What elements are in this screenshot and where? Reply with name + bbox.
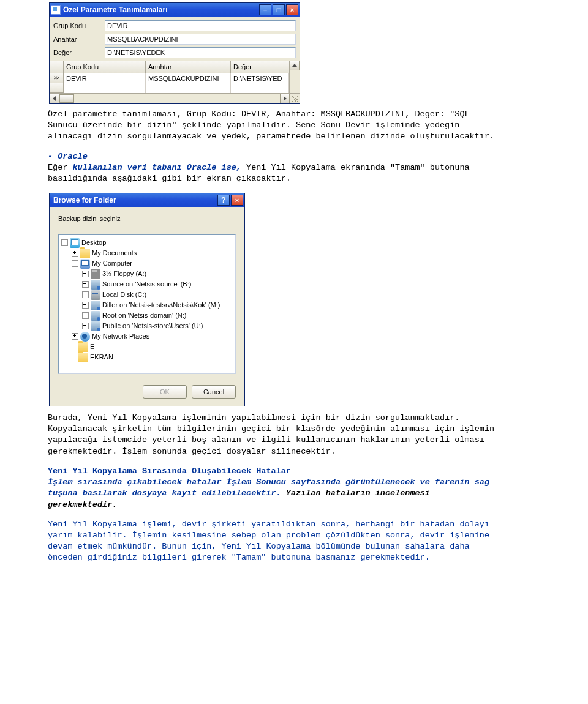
param-defs-window: Özel Parametre Tanımlamaları – □ × Grup …: [49, 2, 300, 104]
minimize-button[interactable]: –: [259, 4, 271, 15]
scroll-left-icon[interactable]: [50, 94, 59, 103]
ok-button[interactable]: OK: [143, 385, 187, 399]
titlebar[interactable]: Browse for Folder ? ×: [50, 193, 244, 207]
cell-grup: DEVIR: [64, 73, 146, 83]
paragraph-1: Özel parametre tanımlaması, Grup Kodu: D…: [48, 109, 499, 143]
tree-mycomputer[interactable]: My Computer: [92, 258, 132, 269]
oracle-heading: - Oracle: [48, 151, 499, 162]
expand-icon[interactable]: [82, 312, 89, 319]
col-deger[interactable]: Değer: [231, 61, 289, 73]
anahtar-label: Anahtar: [53, 35, 105, 44]
disk-icon: [91, 290, 100, 300]
oracle-line-a: Eğer: [48, 163, 73, 172]
tree-mydocs[interactable]: My Documents: [92, 248, 137, 258]
deger-label: Değer: [53, 48, 105, 58]
cell-anahtar: MSSQLBACKUPDIZINI: [146, 73, 231, 83]
scroll-right-icon[interactable]: [280, 94, 290, 103]
grup-kodu-input[interactable]: [105, 20, 296, 31]
help-button[interactable]: ?: [217, 195, 230, 206]
horizontal-scrollbar[interactable]: [50, 93, 300, 103]
close-button[interactable]: ×: [286, 4, 298, 15]
computer-icon: [80, 259, 90, 269]
collapse-icon[interactable]: [72, 260, 78, 267]
network-places-icon: [80, 332, 90, 342]
network-drive-icon: [91, 301, 100, 310]
oracle-line-b: kullanılan veri tabanı Oracle ise,: [73, 163, 241, 172]
folder-icon: [80, 249, 90, 258]
desktop-icon: [70, 238, 80, 248]
titlebar[interactable]: Özel Parametre Tanımlamaları – □ ×: [50, 3, 300, 17]
expand-icon[interactable]: [72, 250, 78, 257]
cancel-button[interactable]: Cancel: [192, 385, 236, 399]
cell-deger: D:\NETSIS\YED: [231, 73, 289, 83]
col-grup-kodu[interactable]: Grup Kodu: [64, 61, 146, 73]
collapse-icon[interactable]: [61, 239, 68, 246]
close-button[interactable]: ×: [231, 195, 243, 206]
table-row[interactable]: >> DEVIR MSSQLBACKUPDIZINI D:\NETSIS\YED: [50, 73, 289, 83]
paragraph-3: Yeni Yıl Kopyalama işlemi, devir şirketi…: [48, 519, 499, 564]
network-drive-icon: [91, 321, 100, 331]
resize-grip-icon[interactable]: [290, 94, 300, 103]
expand-icon[interactable]: [82, 302, 89, 309]
network-drive-icon: [91, 280, 100, 290]
folder-tree[interactable]: Desktop My Documents My Computer 3½ Flop…: [58, 234, 236, 374]
floppy-icon: [91, 269, 100, 279]
grid-header: Grup Kodu Anahtar Değer: [50, 61, 289, 73]
tree-root-n[interactable]: Root on 'Netsis-domain' (N:): [102, 310, 186, 321]
folder-icon: [78, 353, 88, 362]
grup-kodu-label: Grup Kodu: [53, 21, 105, 31]
window-title: Özel Parametre Tanımlamaları: [63, 5, 168, 15]
instruction-label: Backup dizini seçiniz: [58, 214, 236, 223]
tree-public-u[interactable]: Public on 'Netsis-store\Users' (U:): [102, 321, 203, 331]
folder-icon: [78, 342, 88, 352]
app-icon: [51, 5, 61, 15]
paragraph-2: Burada, Yeni Yıl Kopyalama işleminin yap…: [48, 413, 499, 457]
tree-desktop[interactable]: Desktop: [81, 238, 106, 248]
network-drive-icon: [91, 311, 100, 321]
expand-icon[interactable]: [82, 271, 89, 277]
tree-source-b[interactable]: Source on 'Netsis-source' (B:): [102, 279, 191, 290]
tree-e[interactable]: E: [90, 342, 94, 352]
browse-folder-dialog: Browse for Folder ? × Backup dizini seçi…: [49, 193, 245, 406]
table-row[interactable]: [50, 83, 289, 93]
expand-icon[interactable]: [82, 291, 89, 298]
col-anahtar[interactable]: Anahtar: [146, 61, 231, 73]
expand-icon[interactable]: [82, 281, 89, 288]
scroll-up-icon[interactable]: [290, 61, 300, 70]
vertical-scrollbar[interactable]: [289, 61, 300, 93]
anahtar-input[interactable]: [105, 34, 296, 45]
errors-heading: Yeni Yıl Kopyalama Sırasında Oluşabilece…: [48, 466, 499, 477]
deger-input[interactable]: [105, 47, 296, 58]
expand-icon[interactable]: [82, 323, 89, 329]
row-marker: >>: [50, 73, 64, 83]
tree-ekran[interactable]: EKRAN: [90, 352, 113, 362]
maximize-button[interactable]: □: [273, 4, 285, 15]
tree-netplaces[interactable]: My Network Places: [92, 331, 149, 342]
tree-diller-m[interactable]: Diller on 'Netsis-testsrv\Netsis\Kok' (M…: [102, 300, 220, 310]
scroll-thumb[interactable]: [59, 94, 74, 103]
tree-floppy[interactable]: 3½ Floppy (A:): [102, 269, 146, 279]
tree-local-c[interactable]: Local Disk (C:): [102, 290, 146, 300]
window-title: Browse for Folder: [53, 195, 116, 205]
expand-icon[interactable]: [72, 333, 78, 340]
